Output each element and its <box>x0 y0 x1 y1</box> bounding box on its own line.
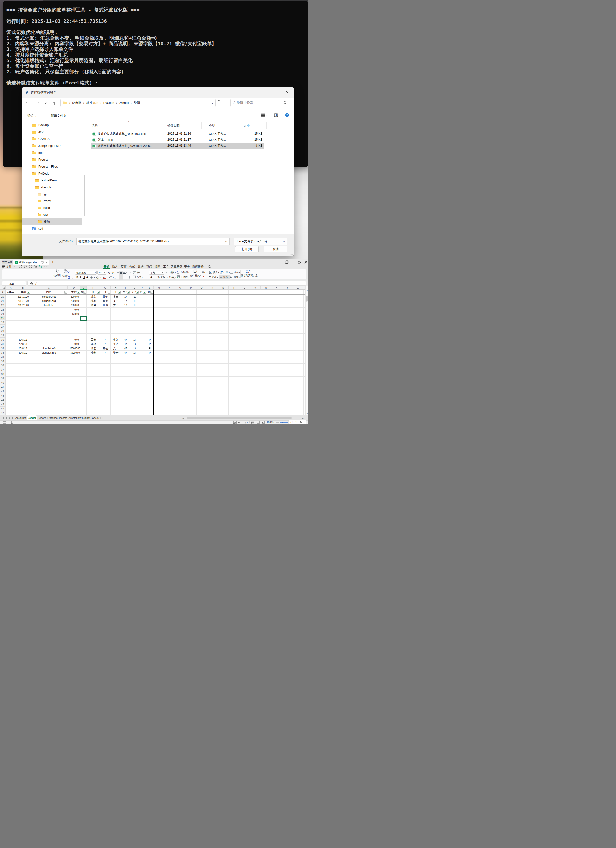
cell-C1[interactable]: 内容 <box>30 289 68 294</box>
filename-dropdown-icon[interactable]: ⌵ <box>225 240 227 243</box>
cancel-button[interactable]: 取消 <box>264 246 287 252</box>
fill-button[interactable]: 填充▾ <box>209 271 219 274</box>
tree-item-venv[interactable]: .venv <box>22 197 82 205</box>
sheet-tab-income[interactable]: Income <box>58 415 68 421</box>
cell-B31[interactable]: 2048/1/1 <box>16 342 30 346</box>
ribbon-tab-4[interactable]: 公式 <box>129 265 135 269</box>
row-header-1[interactable]: 1 <box>0 289 6 294</box>
zoom-slider[interactable] <box>280 422 288 423</box>
sheet-tab-expense[interactable]: Expense <box>47 415 58 421</box>
cell-F22[interactable]: 域名 <box>87 303 100 308</box>
tree-item-dev[interactable]: dev <box>22 129 82 135</box>
cell-I30[interactable]: 47 <box>121 338 130 342</box>
cell-D30[interactable]: 0.00 <box>68 338 80 342</box>
zoom-slider-knob[interactable] <box>283 422 283 423</box>
cell-H21[interactable]: 支出 <box>111 299 121 303</box>
cell-L31[interactable]: P <box>146 342 154 346</box>
cell-L30[interactable]: P <box>146 338 154 342</box>
filter-button[interactable]: 筛选▾ <box>219 275 230 279</box>
column-header-V[interactable]: V <box>250 286 261 289</box>
cell-D23[interactable]: 0.00 <box>68 308 80 312</box>
cell-J30[interactable]: 13 <box>130 338 139 342</box>
worksheet-button[interactable]: 工作表▾ <box>177 275 190 279</box>
dialog-close-icon[interactable] <box>282 89 292 96</box>
strikethrough-icon[interactable]: A <box>86 275 88 279</box>
cell-B33[interactable]: 2048/1/2 <box>16 351 30 355</box>
restore-icon[interactable] <box>298 261 302 264</box>
redo-icon[interactable] <box>44 265 47 268</box>
row-header-45[interactable]: 45 <box>0 402 6 407</box>
sheet-tab-reports[interactable]: Reports <box>37 415 47 421</box>
ribbon-tab-3[interactable]: 页面 <box>121 265 127 269</box>
cell-I32[interactable]: 47 <box>121 346 130 351</box>
tree-item-GAMES[interactable]: GAMES <box>22 135 82 142</box>
percent-icon[interactable]: % <box>157 275 160 279</box>
filetype-dropdown-icon[interactable]: ⌵ <box>283 240 285 243</box>
row-header-30[interactable]: 30 <box>0 338 6 342</box>
filename-combobox[interactable]: 微信支付账单流水文件(20251021-20251102)_2025110313… <box>76 237 230 245</box>
row-header-25[interactable]: 25 <box>0 316 6 321</box>
italic-icon[interactable]: I <box>80 275 81 279</box>
style-brush-icon[interactable]: ▾ <box>201 271 205 275</box>
cell-G20[interactable]: 其他 <box>100 295 111 299</box>
tree-item-git[interactable]: .git <box>22 191 82 198</box>
breadcrumb-this-pc[interactable]: 此电脑 <box>72 101 81 105</box>
minimize-icon[interactable] <box>291 261 295 264</box>
row-header-38[interactable]: 38 <box>0 372 6 377</box>
file-menu[interactable]: 文件 <box>2 265 15 268</box>
macro-record-icon[interactable] <box>3 421 6 424</box>
cell-D22[interactable]: 2000.00 <box>68 303 80 308</box>
font-launcher-icon[interactable]: ⇲ <box>114 278 116 280</box>
forward-icon[interactable] <box>34 99 41 107</box>
cell-B32[interactable]: 2048/1/2 <box>16 346 30 351</box>
column-header-M[interactable]: M <box>154 286 164 289</box>
comma-style-icon[interactable]: 000 <box>161 276 165 278</box>
currency-icon[interactable]: ¥▾ <box>150 275 153 279</box>
filter-icon-D[interactable] <box>77 291 80 294</box>
tree-item-JiangYingTEMP[interactable]: JiangYingTEMP <box>22 142 82 149</box>
rows-columns-button[interactable]: 行和列▾ <box>177 271 190 274</box>
print-icon[interactable] <box>29 265 32 268</box>
cell-I31[interactable]: 47 <box>121 342 130 346</box>
column-header-O[interactable]: O <box>175 286 186 289</box>
tree-item-note[interactable]: note <box>22 149 82 156</box>
column-header-J[interactable]: J <box>130 286 139 289</box>
row-header-37[interactable]: 37 <box>0 368 6 372</box>
ribbon-tab-5[interactable]: 数据 <box>138 265 144 269</box>
decrease-font-icon[interactable]: A− <box>112 271 115 274</box>
tree-item-zhengli[interactable]: zhengli <box>22 184 82 191</box>
pan-mode-icon[interactable]: ▾ <box>243 421 246 424</box>
cell-G32[interactable]: 其他 <box>100 346 111 351</box>
first-sheet-icon[interactable] <box>2 417 4 419</box>
tree-item-dist[interactable]: dist <box>22 211 82 218</box>
column-header-N[interactable]: N <box>164 286 175 289</box>
cell-J32[interactable]: 13 <box>130 346 139 351</box>
cell-I22[interactable]: 17 <box>121 303 130 308</box>
add-sheet-button[interactable]: + <box>100 415 105 421</box>
zoom-formula-icon[interactable] <box>30 282 33 285</box>
cell-D21[interactable]: 2000.00 <box>68 299 80 303</box>
clipboard-launcher-icon[interactable]: ⇲ <box>71 278 73 280</box>
column-header-U[interactable]: U <box>239 286 250 289</box>
ribbon-tab-6[interactable]: 审阅 <box>146 265 152 269</box>
column-header-K[interactable]: K <box>139 286 146 289</box>
cell-C32[interactable]: cloudlet.info <box>30 346 68 351</box>
column-header-D[interactable]: D <box>68 286 80 289</box>
cell-L33[interactable]: P <box>146 351 154 355</box>
tree-item-Program[interactable]: Program <box>22 156 82 163</box>
tree-item-self[interactable]: self <box>22 225 82 232</box>
cell-H20[interactable]: 支出 <box>111 295 121 299</box>
cell-G31[interactable]: / <box>100 342 111 346</box>
filter-icon-E[interactable] <box>83 291 86 294</box>
column-header-C[interactable]: C <box>30 286 68 289</box>
cell-B22[interactable]: 2017/11/20 <box>16 303 30 308</box>
sheet-tab-assetsflow[interactable]: AssetsFlow <box>68 415 81 421</box>
row-header-28[interactable]: 28 <box>0 329 6 334</box>
breadcrumb-bar[interactable]: › 此电脑 › 软件 (D:) › PyCode › zhengli › 资源 … <box>61 99 216 107</box>
breadcrumb-dropdown-icon[interactable]: ⌄ <box>212 102 213 104</box>
find-button[interactable]: 查找▾ <box>230 275 240 279</box>
cell-I21[interactable]: 17 <box>121 299 130 303</box>
align-indent-inc-icon[interactable] <box>129 271 133 275</box>
row-header-29[interactable]: 29 <box>0 334 6 338</box>
hscroll-right-icon[interactable]: ▶ <box>302 417 304 419</box>
